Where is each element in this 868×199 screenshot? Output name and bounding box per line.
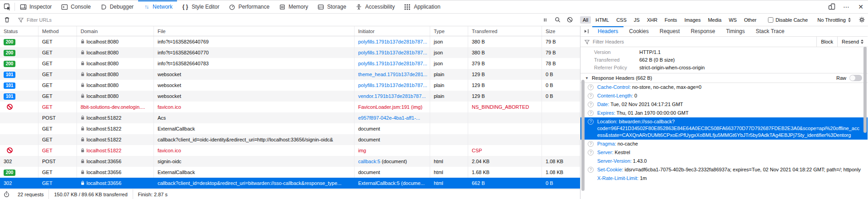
column-header-domain[interactable]: Domain <box>77 26 154 36</box>
network-request-row[interactable]: 200GETlocalhost:8080info?t=1635826640783… <box>0 58 580 69</box>
details-tab-stack-trace[interactable]: Stack Trace <box>750 26 790 36</box>
toolbox-tab-accessibility[interactable]: Accessibility <box>351 0 399 13</box>
initiator-link[interactable]: theme_head.1791b137de281... <box>358 72 427 77</box>
initiator-link[interactable]: polyfills.1791b137de281b787... <box>358 83 427 88</box>
network-request-row[interactable]: 200GETlocalhost:8080info?t=1635826640770… <box>0 47 580 58</box>
type-filter-html[interactable]: HTML <box>593 16 612 24</box>
response-header-row[interactable]: ?Server: Kestrel <box>580 148 868 157</box>
network-request-row[interactable]: GETlocalhost:51822ExternalCallbackdocume… <box>0 123 580 134</box>
raw-toggle-switch[interactable] <box>849 75 862 81</box>
toolbox-tab-application[interactable]: Application <box>399 0 445 13</box>
type-filter-images[interactable]: Images <box>681 16 703 24</box>
toolbox-tab-debugger[interactable]: Debugger <box>95 0 138 13</box>
initiator-link[interactable]: polyfills.1791b137de281b787... <box>358 50 427 55</box>
header-help-icon[interactable]: ? <box>588 167 594 173</box>
response-header-row[interactable]: ?Expires: Thu, 01 Jan 1970 00:00:00 GMT <box>580 109 868 117</box>
initiator-link[interactable]: vendor.1791b137de281b787... <box>358 93 426 99</box>
network-request-row[interactable]: GETlocalhost:51822favicon.icoimgCSP <box>0 145 580 156</box>
response-header-row[interactable]: ?X-Rate-Limit-Limit: 1m <box>580 174 868 183</box>
column-header-transferred[interactable]: Transferred <box>468 26 542 36</box>
headers-scrollbar-thumb[interactable] <box>581 80 585 191</box>
toolbox-tab-memory[interactable]: Memory <box>274 0 312 13</box>
header-help-icon[interactable]: ? <box>588 141 594 147</box>
domain-label: localhost:8080 <box>86 72 119 77</box>
type-filter-other[interactable]: Other <box>741 16 759 24</box>
response-header-row[interactable]: ?Set-Cookie: idsrv=adf6cba1-7075-402b-9e… <box>580 165 868 174</box>
type-filter-ws[interactable]: WS <box>726 16 739 24</box>
type-cell: json <box>430 58 468 69</box>
network-request-row[interactable]: POSTlocalhost:51822Acse957f897-042e-4ba1… <box>0 112 580 123</box>
type-filter-js[interactable]: JS <box>631 16 643 24</box>
type-filter-all[interactable]: All <box>580 16 591 24</box>
initiator-link[interactable]: polyfills.1791b137de281b787... <box>358 61 427 66</box>
file-cell: callback?client_id=oidc-identity&redirec… <box>154 134 355 145</box>
toolbox-tab-network[interactable]: ↑↓Network <box>138 0 177 13</box>
response-header-row[interactable]: ?Server-Version: 1.43.0 <box>580 157 868 165</box>
filter-urls-input[interactable] <box>27 17 539 23</box>
response-header-row[interactable]: ?Date: Tue, 02 Nov 2021 04:17:21 GMT <box>580 100 868 109</box>
network-request-row[interactable]: 200GETlocalhost:8080info?t=1635826640769… <box>0 36 580 47</box>
pause-recording-button[interactable] <box>539 14 551 26</box>
column-header-status[interactable]: Status <box>0 26 38 36</box>
details-tab-response[interactable]: Response <box>685 26 720 36</box>
resend-button[interactable]: Resend <box>837 37 868 47</box>
type-filter-css[interactable]: CSS <box>614 16 629 24</box>
details-tab-headers[interactable]: Headers <box>592 26 623 36</box>
response-header-row[interactable]: ?Pragma: no-cache <box>580 140 868 148</box>
search-button[interactable] <box>551 14 564 26</box>
network-request-row[interactable]: GET8bit-solutions-dev.onelogin....favico… <box>0 102 580 112</box>
network-settings-button[interactable] <box>856 14 868 26</box>
size-cell <box>542 123 580 134</box>
response-header-row[interactable]: ?Location: bitwarden://sso-callback?code… <box>580 117 868 140</box>
toolbox-tab-inspector[interactable]: Inspector <box>15 0 56 13</box>
filter-headers-input[interactable] <box>593 39 816 44</box>
header-help-icon[interactable]: ? <box>588 102 594 107</box>
column-header-file[interactable]: File <box>154 26 355 36</box>
initiator-link[interactable]: polyfills.1791b137de281b787... <box>358 39 427 44</box>
initiator-link[interactable]: e957f897-042e-4ba1-aff1-... <box>358 115 420 121</box>
clear-requests-button[interactable] <box>0 14 14 26</box>
response-header-row[interactable]: ?Content-Length: 0 <box>580 92 868 100</box>
toolbox-tab-storage[interactable]: Storage <box>313 0 351 13</box>
responsive-design-button[interactable] <box>825 0 839 13</box>
header-help-icon[interactable]: ? <box>588 150 594 155</box>
details-tab-cookies[interactable]: Cookies <box>623 26 654 36</box>
type-filter-media[interactable]: Media <box>705 16 724 24</box>
initiator-link[interactable]: callback:5 <box>358 159 380 164</box>
throttling-dropdown[interactable]: No Throttling <box>813 14 855 26</box>
close-devtools-button[interactable]: ✕ <box>854 0 868 13</box>
details-tab-request[interactable]: Request <box>654 26 686 36</box>
details-tab-timings[interactable]: Timings <box>720 26 750 36</box>
response-header-row[interactable]: ?Cache-Control: no-store, no-cache, max-… <box>580 83 868 92</box>
type-cell <box>430 102 468 112</box>
response-headers-section-header[interactable]: ▼ Response Headers (662 B) Raw <box>580 73 868 83</box>
column-header-type[interactable]: Type <box>430 26 468 36</box>
toolbox-tab-console[interactable]: Console <box>56 0 95 13</box>
type-filter-xhr[interactable]: XHR <box>644 16 660 24</box>
network-request-row[interactable]: 200GETlocalhost:33656ExternalCallbackdoc… <box>0 167 580 178</box>
type-filter-fonts[interactable]: Fonts <box>662 16 680 24</box>
block-button[interactable]: Block <box>816 37 837 47</box>
header-help-icon[interactable]: ? <box>588 93 594 99</box>
header-help-icon[interactable]: ? <box>588 119 594 125</box>
block-urls-button[interactable] <box>564 14 576 26</box>
column-header-method[interactable]: Method <box>38 26 77 36</box>
collapse-panel-button[interactable] <box>580 26 592 36</box>
network-request-row[interactable]: 101GETlocalhost:8080websockettheme_head.… <box>0 69 580 80</box>
toolbox-tab-style-editor[interactable]: { }Style Editor <box>177 0 224 13</box>
network-request-row[interactable]: 302POSTlocalhost:33656signin-oidccallbac… <box>0 156 580 167</box>
panel-scrollbar-thumb[interactable] <box>863 47 867 133</box>
meatball-menu-button[interactable]: ⋯ <box>839 0 854 13</box>
performance-analysis-button[interactable] <box>0 189 13 199</box>
disable-cache-checkbox[interactable] <box>768 17 773 23</box>
toolbox-tab-performance[interactable]: Performance <box>224 0 274 13</box>
network-request-row[interactable]: 101GETlocalhost:8080websocketpolyfills.1… <box>0 80 580 91</box>
header-help-icon[interactable]: ? <box>588 110 594 116</box>
element-picker-button[interactable] <box>0 0 14 13</box>
header-help-icon[interactable]: ? <box>588 84 594 90</box>
column-header-size[interactable]: Size <box>542 26 580 36</box>
network-request-row[interactable]: 101GETlocalhost:8080websocketvendor.1791… <box>0 91 580 102</box>
network-request-row[interactable]: GETlocalhost:51822callback?client_id=oid… <box>0 134 580 145</box>
network-request-row[interactable]: 302GETlocalhost:33656callback?client_id=… <box>0 178 580 189</box>
column-header-initiator[interactable]: Initiator <box>355 26 430 36</box>
